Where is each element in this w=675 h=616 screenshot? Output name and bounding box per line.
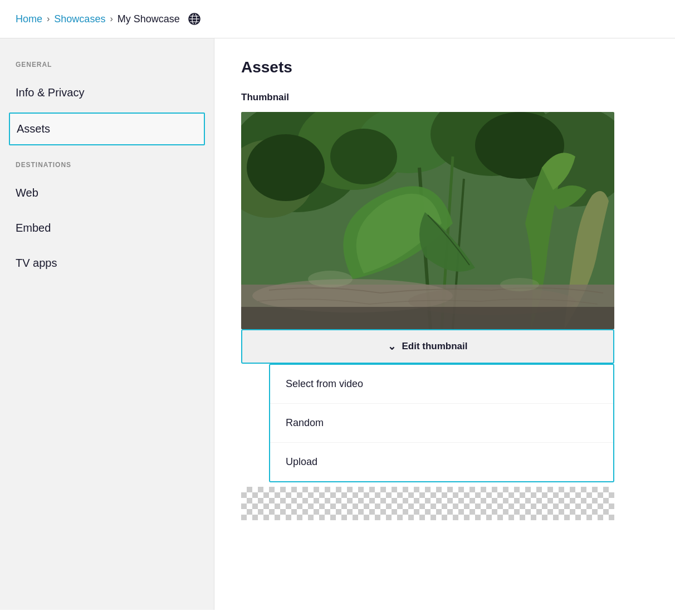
svg-point-24 xyxy=(500,278,539,291)
breadcrumb-current: My Showcase xyxy=(118,13,180,25)
breadcrumb-showcases[interactable]: Showcases xyxy=(54,13,105,25)
custom-thumbnail-section xyxy=(241,487,648,520)
globe-icon xyxy=(188,12,201,26)
thumbnail-wrapper xyxy=(241,112,648,329)
thumbnail-label: Thumbnail xyxy=(241,92,648,103)
chevron-down-icon: ⌄ xyxy=(388,340,396,353)
sidebar-section-general: GENERAL xyxy=(0,61,214,75)
sidebar-section-destinations: DESTINATIONS xyxy=(0,161,214,175)
dropdown-item-random[interactable]: Random xyxy=(270,404,613,443)
sidebar-item-web[interactable]: Web xyxy=(0,175,214,211)
sidebar: GENERAL Info & Privacy Assets DESTINATIO… xyxy=(0,38,214,610)
page-title: Assets xyxy=(241,58,648,76)
svg-point-23 xyxy=(308,271,353,287)
edit-thumbnail-area: ⌄ Edit thumbnail xyxy=(241,329,648,364)
svg-point-13 xyxy=(247,134,325,201)
svg-point-14 xyxy=(330,129,397,184)
main-layout: GENERAL Info & Privacy Assets DESTINATIO… xyxy=(0,38,675,610)
breadcrumb-home[interactable]: Home xyxy=(16,13,42,25)
content-area: Assets Thumbnail xyxy=(214,38,675,610)
dropdown-item-upload[interactable]: Upload xyxy=(270,443,613,481)
sidebar-gap xyxy=(0,148,214,157)
breadcrumb-sep-1: › xyxy=(47,14,50,24)
edit-thumbnail-button[interactable]: ⌄ Edit thumbnail xyxy=(241,329,614,364)
sidebar-item-assets[interactable]: Assets xyxy=(9,113,205,145)
breadcrumb-sep-2: › xyxy=(110,14,113,24)
svg-rect-22 xyxy=(241,307,614,329)
edit-thumbnail-label: Edit thumbnail xyxy=(402,341,467,352)
sidebar-item-embed[interactable]: Embed xyxy=(0,211,214,246)
thumbnail-image xyxy=(241,112,614,329)
checkerboard-bg xyxy=(241,487,614,520)
breadcrumb-bar: Home › Showcases › My Showcase xyxy=(0,0,675,38)
dropdown-item-select-from-video[interactable]: Select from video xyxy=(270,365,613,404)
thumbnail-container xyxy=(241,112,614,329)
sidebar-item-info-privacy[interactable]: Info & Privacy xyxy=(0,75,214,110)
sidebar-item-tv-apps[interactable]: TV apps xyxy=(0,246,214,281)
thumbnail-dropdown-menu: Select from video Random Upload xyxy=(269,364,614,482)
